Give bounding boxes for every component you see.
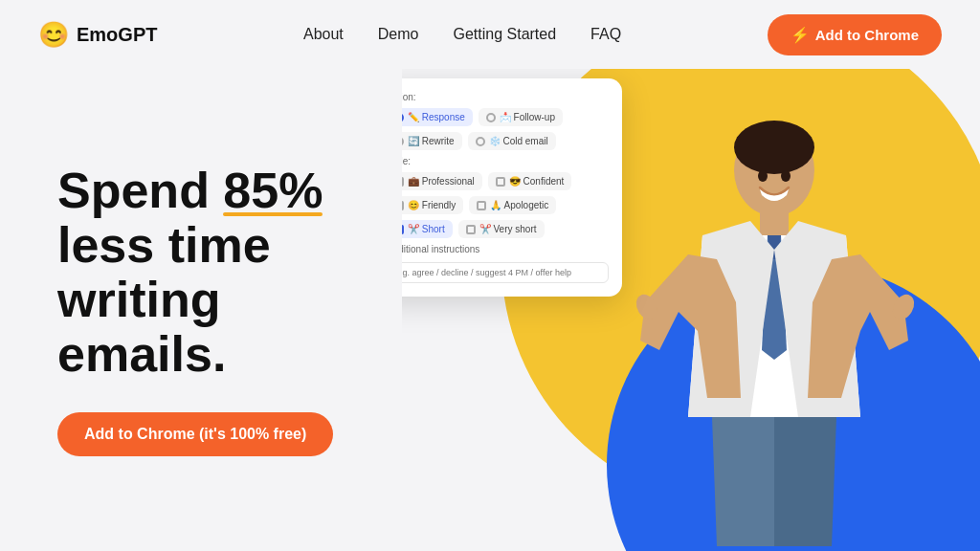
action-response-label: ✏️ Response	[408, 112, 465, 122]
action-cold-email[interactable]: ❄️ Cold email	[468, 132, 556, 150]
action-followup[interactable]: 📩 Follow-up	[479, 108, 563, 126]
radio-response	[402, 113, 404, 122]
radio-rewrite	[402, 137, 404, 146]
style-row-3: ✂️ Short ✂️ Very short	[402, 220, 609, 238]
action-row-2: 🔄 Rewrite ❄️ Cold email	[402, 132, 609, 150]
svg-point-6	[781, 170, 791, 182]
main-content: Spend 85% less time writing emails. Add …	[0, 69, 980, 551]
checkbox-short	[402, 225, 404, 234]
style-row-1: 💼 Professional 😎 Confident	[402, 172, 609, 190]
radio-cold-email	[476, 137, 485, 146]
style-professional[interactable]: 💼 Professional	[402, 172, 482, 190]
style-friendly-label: 😊 Friendly	[408, 200, 456, 210]
action-cold-email-label: ❄️ Cold email	[489, 136, 548, 146]
additional-label: Additional instructions	[402, 244, 609, 254]
style-friendly[interactable]: 😊 Friendly	[402, 196, 463, 214]
additional-instructions-input[interactable]	[402, 262, 609, 283]
style-label: Style:	[402, 156, 609, 166]
svg-rect-2	[760, 211, 789, 235]
person-svg	[626, 111, 923, 551]
style-confident[interactable]: 😎 Confident	[488, 172, 572, 190]
style-professional-label: 💼 Professional	[408, 176, 475, 187]
main-nav: About Demo Getting Started FAQ	[303, 26, 621, 43]
action-response[interactable]: ✏️ Response	[402, 108, 473, 126]
hero-left: Spend 85% less time writing emails. Add …	[0, 69, 402, 551]
action-rewrite[interactable]: 🔄 Rewrite	[402, 132, 462, 150]
action-rewrite-label: 🔄 Rewrite	[408, 136, 455, 146]
logo: 😊 EmoGPT	[38, 20, 157, 50]
style-very-short[interactable]: ✂️ Very short	[458, 220, 545, 238]
hero-right: Action: ✏️ Response 📩 Follow-up 🔄 Rewrit…	[402, 69, 980, 551]
logo-text: EmoGPT	[77, 24, 157, 46]
hero-add-to-chrome-button[interactable]: Add to Chrome (it's 100% free)	[57, 412, 333, 456]
header: 😊 EmoGPT About Demo Getting Started FAQ …	[0, 0, 980, 69]
style-very-short-label: ✂️ Very short	[479, 224, 537, 234]
header-add-to-chrome-button[interactable]: ⚡ Add to Chrome	[768, 14, 942, 55]
svg-point-1	[734, 121, 814, 174]
header-cta-label: Add to Chrome	[815, 27, 919, 43]
nav-faq[interactable]: FAQ	[590, 26, 621, 43]
style-short[interactable]: ✂️ Short	[402, 220, 453, 238]
style-apologetic[interactable]: 🙏 Apologetic	[469, 196, 556, 214]
checkbox-very-short	[466, 225, 476, 234]
style-apologetic-label: 🙏 Apologetic	[490, 200, 548, 210]
radio-followup	[486, 113, 496, 122]
checkbox-apologetic	[477, 201, 486, 210]
checkbox-friendly	[402, 201, 404, 210]
person-image	[626, 111, 923, 551]
checkbox-professional	[402, 177, 404, 187]
checkbox-confident	[496, 177, 505, 187]
style-row-2: 😊 Friendly 🙏 Apologetic	[402, 196, 609, 214]
svg-point-5	[758, 170, 768, 182]
nav-demo[interactable]: Demo	[378, 26, 419, 43]
action-followup-label: 📩 Follow-up	[500, 112, 555, 122]
nav-getting-started[interactable]: Getting Started	[453, 26, 556, 43]
hero-headline: Spend 85% less time writing emails.	[57, 164, 402, 383]
action-row-1: ✏️ Response 📩 Follow-up	[402, 108, 609, 126]
nav-about[interactable]: About	[303, 26, 344, 43]
headline-highlight: 85%	[223, 164, 323, 218]
style-confident-label: 😎 Confident	[509, 176, 565, 187]
ui-card: Action: ✏️ Response 📩 Follow-up 🔄 Rewrit…	[402, 78, 622, 297]
logo-emoji: 😊	[38, 20, 69, 50]
bolt-icon: ⚡	[791, 26, 810, 44]
action-label: Action:	[402, 92, 609, 102]
style-short-label: ✂️ Short	[408, 224, 445, 234]
